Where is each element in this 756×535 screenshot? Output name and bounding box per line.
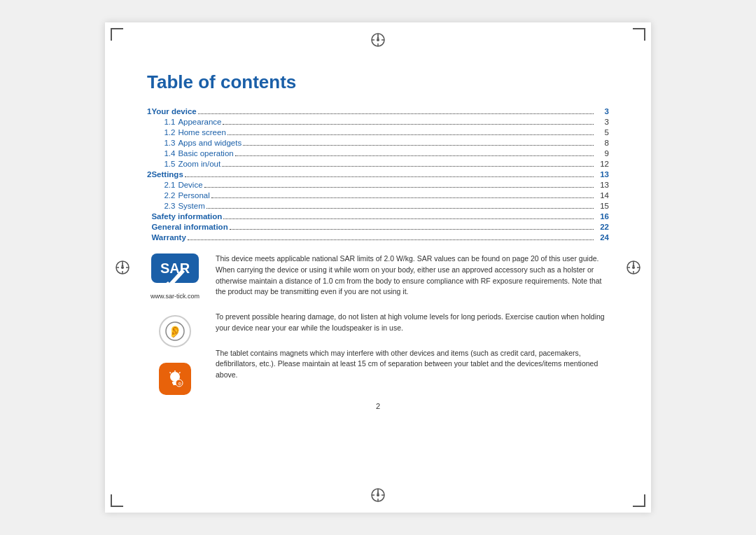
toc-subdots-1-3: [243, 145, 594, 146]
toc-row-main-2: 2 Settings 13: [147, 169, 609, 179]
toc-subpage-1-1: 3: [595, 118, 609, 126]
toc-subnumber-1-2: 1.2: [164, 128, 175, 137]
toc-page-warranty: 24: [595, 233, 609, 242]
toc-title: Table of contents: [147, 71, 609, 93]
toc-row-sub-2-2: 2.2 Personal 14: [147, 190, 609, 200]
toc-label-2: Settings: [151, 170, 183, 179]
corner-mark-bl: [111, 494, 123, 507]
toc-label-general: General information: [151, 223, 227, 231]
toc-sublabel-2-3: System: [178, 202, 204, 210]
document-page: Table of contents 1 Your device 3: [105, 22, 651, 513]
toc-sublabel-1-3: Apps and widgets: [178, 139, 241, 147]
toc-subpage-2-2: 14: [595, 191, 609, 200]
toc-subnumber-1-4: 1.4: [164, 149, 175, 158]
sar-url: www.sar-tick.com: [150, 293, 200, 300]
svg-text:⚙: ⚙: [178, 382, 181, 386]
toc-subdots-2-1: [204, 187, 594, 188]
text-column: This device meets applicable national SA…: [216, 253, 609, 395]
toc-row-warranty: Warranty 24: [147, 232, 609, 242]
svg-marker-6: [377, 35, 379, 39]
magnet-icon: ⚙: [159, 363, 191, 395]
toc-subpage-2-1: 13: [595, 181, 609, 189]
hearing-text: To prevent possible hearing damage, do n…: [216, 312, 609, 334]
toc-subdots-1-5: [222, 166, 594, 167]
toc-sublabel-1-5: Zoom in/out: [178, 160, 220, 168]
toc-subpage-1-3: 8: [595, 139, 609, 147]
compass-right-icon: [626, 260, 641, 275]
toc-table: 1 Your device 3 1.1: [147, 106, 609, 242]
toc-sublabel-2-2: Personal: [178, 191, 209, 200]
toc-page-general: 22: [595, 223, 609, 231]
svg-text:SAR: SAR: [160, 260, 190, 276]
toc-sublabel-1-1: Appearance: [178, 118, 221, 126]
corner-mark-tr: [633, 28, 645, 41]
toc-subnumber-1-5: 1.5: [164, 160, 175, 168]
toc-subdots-1-1: [223, 124, 594, 125]
toc-label-warranty: Warranty: [151, 233, 186, 242]
svg-marker-20: [633, 263, 635, 266]
toc-subdots-2-2: [211, 197, 594, 198]
toc-subpage-2-3: 15: [595, 202, 609, 210]
svg-line-30: [170, 373, 172, 374]
toc-subdots-1-2: [227, 134, 594, 135]
toc-row-sub-2-1: 2.1 Device 13: [147, 179, 609, 190]
toc-page-safety: 16: [595, 212, 609, 221]
bottom-content: SAR www.sar-tick.com 👂: [147, 253, 609, 395]
hearing-icon: 👂: [159, 315, 191, 347]
toc-row-sub-1-4: 1.4 Basic operation 9: [147, 148, 609, 158]
toc-subnumber-2-1: 2.1: [164, 181, 175, 189]
toc-page-2: 13: [595, 170, 609, 179]
toc-sublabel-1-2: Home screen: [178, 128, 225, 137]
compass-left-icon: [115, 260, 130, 275]
toc-subdots-1-4: [235, 155, 594, 156]
toc-row-sub-2-3: 2.3 System 15: [147, 200, 609, 211]
toc-row-sub-1-3: 1.3 Apps and widgets 8: [147, 137, 609, 148]
svg-point-15: [632, 266, 635, 269]
sar-block: SAR www.sar-tick.com: [150, 253, 200, 300]
toc-subnumber-1-3: 1.3: [164, 139, 175, 147]
toc-row-general: General information 22: [147, 221, 609, 232]
toc-subpage-1-2: 5: [595, 128, 609, 137]
toc-row-sub-1-2: 1.2 Home screen 5: [147, 127, 609, 137]
toc-subnumber-2-3: 2.3: [164, 202, 175, 210]
svg-point-1: [377, 39, 379, 41]
compass-top-icon: [370, 32, 386, 48]
svg-marker-13: [122, 263, 124, 266]
toc-row-main-1: 1 Your device 3: [147, 106, 609, 116]
toc-row-safety: Safety information 16: [147, 211, 609, 221]
toc-row-sub-1-1: 1.1 Appearance 3: [147, 116, 609, 127]
magnet-text-block: The tablet contains magnets which may in…: [216, 348, 609, 381]
toc-subpage-1-4: 9: [595, 149, 609, 158]
toc-dots-safety: [223, 218, 594, 219]
toc-label-1: Your device: [151, 107, 196, 116]
icons-column: SAR www.sar-tick.com 👂: [147, 253, 203, 395]
svg-marker-40: [377, 490, 379, 494]
page-number: 2: [147, 402, 609, 410]
corner-mark-br: [633, 494, 645, 507]
toc-dots-general: [230, 229, 594, 230]
toc-row-sub-1-5: 1.5 Zoom in/out 12: [147, 158, 609, 169]
corner-mark-tl: [111, 28, 123, 41]
compass-bottom-icon: [370, 487, 386, 503]
toc-dots-warranty: [188, 239, 594, 240]
toc-subpage-1-5: 12: [595, 160, 609, 168]
toc-dots-2: [185, 176, 594, 177]
toc-subnumber-2-2: 2.2: [164, 191, 175, 200]
toc-label-safety: Safety information: [151, 212, 222, 221]
toc-sublabel-1-4: Basic operation: [178, 149, 233, 158]
sar-text-block: This device meets applicable national SA…: [216, 253, 609, 298]
toc-subnumber-1-1: 1.1: [164, 118, 175, 126]
sar-text: This device meets applicable national SA…: [216, 253, 609, 298]
sar-logo-icon: SAR: [151, 253, 199, 290]
toc-dots-1: [198, 113, 594, 114]
svg-line-31: [179, 373, 181, 374]
svg-point-8: [121, 266, 124, 269]
toc-subdots-2-3: [206, 208, 594, 209]
toc-sublabel-2-1: Device: [178, 181, 202, 189]
magnet-text: The tablet contains magnets which may in…: [216, 348, 609, 381]
toc-entry-1: Your device 3: [151, 106, 609, 116]
hearing-text-block: To prevent possible hearing damage, do n…: [216, 312, 609, 334]
toc-page-1: 3: [595, 107, 609, 116]
svg-text:👂: 👂: [168, 325, 182, 338]
svg-point-35: [377, 494, 379, 496]
